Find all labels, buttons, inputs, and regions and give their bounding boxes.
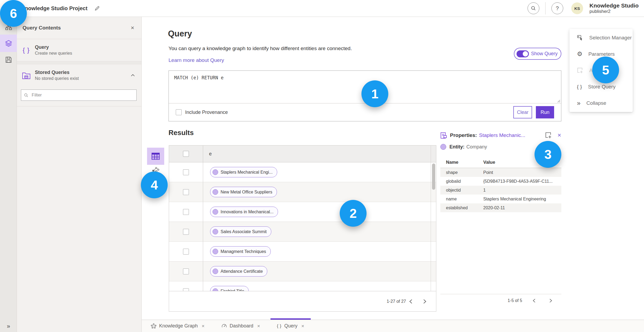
entity-pill-label: Managment Techniques — [221, 249, 266, 254]
table-row: New Metal Office Suppliers — [169, 182, 436, 202]
dashboard-icon — [221, 323, 227, 329]
sidebar-item-layers[interactable] — [0, 35, 17, 52]
row-checkbox[interactable] — [183, 209, 189, 215]
selection-manager-icon — [577, 35, 583, 41]
table-row: Staplers Mechanical Engi... — [169, 162, 436, 182]
account-info[interactable]: Knowledge Studio publisher2 — [590, 2, 639, 14]
top-bar: Knowledge Studio Project ? KS Knowledge … — [0, 0, 644, 17]
search-button[interactable] — [528, 2, 539, 14]
name-column-header: Name — [440, 160, 483, 168]
annotation-badge: 3 — [535, 141, 561, 168]
panel-item-stored-queries[interactable]: Stored Queries No stored queries exist — [17, 64, 141, 86]
clear-button[interactable]: Clear — [513, 106, 532, 118]
close-panel-icon[interactable]: ✕ — [131, 26, 134, 30]
entity-dot-icon — [213, 209, 218, 215]
tab-dashboard[interactable]: Dashboard ✕ — [215, 320, 267, 332]
properties-pagination-text: 1-5 of 5 — [508, 298, 522, 303]
braces-icon: { } — [277, 323, 282, 329]
query-controls: Include Provenance Clear Run — [169, 103, 561, 121]
column-header-e: e — [203, 151, 212, 157]
include-provenance-checkbox[interactable] — [176, 109, 182, 115]
entity-pill[interactable]: New Metal Office Suppliers — [210, 187, 277, 197]
sidebar-item-save[interactable] — [0, 52, 17, 68]
table-row: Sales Associate Summit — [169, 222, 436, 242]
property-value: Point — [483, 170, 561, 175]
results-scrollbar-thumb[interactable] — [432, 163, 435, 190]
properties-next-page-button[interactable] — [546, 296, 555, 305]
close-properties-icon[interactable]: ✕ — [557, 133, 561, 138]
tab-label: Query — [284, 323, 297, 329]
properties-header: Properties: Staplers Mechanic... ✕ — [440, 132, 561, 139]
property-row: globalid {5D9B4713-F98D-4A53-A59F-C11... — [440, 177, 561, 186]
annotation-badge: 6 — [0, 0, 27, 27]
entity-pill-label: Attendance Certificate — [221, 269, 263, 274]
property-name: globalid — [440, 179, 483, 184]
show-query-toggle[interactable]: Show Query — [514, 48, 561, 60]
annotation-badge: 5 — [592, 57, 619, 83]
entity-pill-label: Innovations in Mechanical... — [221, 210, 273, 214]
property-name: objectid — [440, 188, 483, 193]
row-checkbox[interactable] — [183, 229, 189, 235]
results-pagination-text: 1-27 of 27 — [387, 299, 406, 304]
entity-pill[interactable]: Staplers Mechanical Engi... — [210, 167, 277, 177]
properties-rows: shape Point globalid {5D9B4713-F98D-4A53… — [440, 168, 561, 212]
results-pagination: 1-27 of 27 — [169, 291, 436, 311]
table-view-icon — [152, 153, 160, 160]
results-scrollbar-track — [431, 146, 431, 291]
results-title: Results — [169, 129, 194, 137]
select-all-checkbox[interactable] — [183, 151, 189, 157]
resize-handle-icon[interactable] — [557, 99, 560, 103]
close-tab-icon[interactable]: ✕ — [202, 324, 205, 328]
tab-knowledge-graph[interactable]: Knowledge Graph ✕ — [144, 320, 211, 332]
row-checkbox[interactable] — [183, 249, 189, 255]
properties-pagination: 1-5 of 5 — [440, 294, 561, 307]
row-checkbox[interactable] — [183, 189, 189, 195]
tab-label: Knowledge Graph — [159, 323, 198, 329]
close-tab-icon[interactable]: ✕ — [257, 324, 260, 328]
help-button[interactable]: ? — [551, 2, 563, 14]
entity-pill[interactable]: Sales Associate Summit — [210, 226, 271, 237]
query-text: MATCH (e) RETURN e — [169, 71, 561, 85]
expand-rail-button[interactable]: » — [0, 323, 17, 330]
stored-queries-subtitle: No stored queries exist — [35, 76, 79, 81]
table-view-button[interactable] — [147, 148, 164, 165]
property-row: established 2020-02-11 — [440, 203, 561, 212]
entity-pill[interactable]: Innovations in Mechanical... — [210, 207, 278, 217]
filter-field[interactable] — [21, 89, 137, 101]
entity-type-value: Company — [466, 144, 487, 150]
menu-item-selection-manager[interactable]: Selection Manager — [569, 29, 633, 46]
row-checkbox[interactable] — [183, 268, 189, 274]
collapse-section-chevron-icon[interactable] — [131, 74, 135, 77]
add-to-map-icon[interactable] — [545, 132, 552, 139]
panel-item-query[interactable]: { } Query Create new queries — [17, 39, 141, 61]
properties-prev-page-button[interactable] — [529, 296, 539, 305]
avatar[interactable]: KS — [571, 2, 583, 14]
value-column-header: Value — [483, 160, 495, 168]
entity-pill[interactable]: Managment Techniques — [210, 246, 271, 257]
property-row: name Staplers Mechanical Engineering — [440, 195, 561, 203]
query-item-title: Query — [35, 44, 72, 50]
menu-item-collapse[interactable]: » Collapse — [569, 95, 633, 111]
filter-input[interactable] — [31, 92, 134, 98]
learn-more-link[interactable]: Learn more about Query — [169, 57, 224, 63]
results-next-page-button[interactable] — [420, 297, 430, 306]
page-title: Query — [168, 29, 192, 39]
show-query-label: Show Query — [531, 51, 558, 57]
properties-entity-link[interactable]: Staplers Mechanic... — [479, 132, 525, 138]
layers-icon — [5, 40, 12, 47]
property-name: shape — [440, 170, 483, 175]
entity-label: Entity: — [449, 144, 464, 150]
results-prev-page-button[interactable] — [406, 297, 416, 306]
account-username: publisher2 — [590, 9, 639, 14]
edit-title-icon[interactable] — [94, 6, 100, 11]
row-checkbox[interactable] — [183, 169, 189, 175]
knowledge-studio-app: Knowledge Studio Project ? KS Knowledge … — [0, 0, 644, 332]
chevron-left-icon — [409, 299, 412, 304]
tab-query[interactable]: { } Query ✕ — [270, 320, 311, 332]
entity-pill[interactable]: Attendance Certificate — [210, 266, 267, 277]
bottom-tab-bar: Knowledge Graph ✕ Dashboard ✕ { } Query … — [142, 320, 644, 332]
entity-dot-icon — [213, 169, 218, 175]
close-tab-icon[interactable]: ✕ — [301, 324, 304, 328]
run-button[interactable]: Run — [536, 106, 554, 118]
annotation-badge: 4 — [141, 171, 168, 198]
